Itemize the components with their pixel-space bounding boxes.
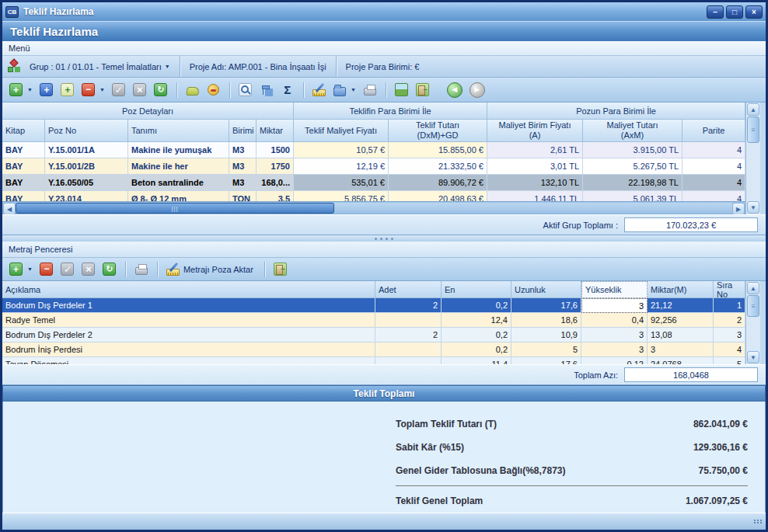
menu-item-menu[interactable]: Menü (9, 43, 30, 53)
refresh-button[interactable] (100, 260, 119, 279)
metraj-column-header[interactable]: Uzunluk (511, 281, 581, 298)
poz-cell[interactable]: 1750 (257, 158, 294, 175)
cancel-button[interactable] (131, 81, 149, 99)
image-button[interactable] (393, 81, 411, 99)
metraj-cell[interactable]: 17,6 (511, 357, 581, 364)
add-button[interactable]: ▼ (7, 81, 35, 99)
poz-cell[interactable]: Beton santralinde (128, 175, 229, 191)
poz-cell[interactable]: 4 (682, 191, 745, 201)
metraj-cell[interactable]: 2 (375, 298, 442, 313)
poz-column-header[interactable]: Kitap (2, 120, 45, 142)
poz-row[interactable]: BAYY.15.001/2BMakine ile herM3175012,19 … (2, 158, 745, 175)
scroll-down-button[interactable]: ▼ (747, 351, 759, 363)
metraj-row[interactable]: Bodrum İniş Perdesi0,25334 (2, 342, 745, 357)
metraj-cell[interactable] (375, 357, 442, 364)
resize-grip[interactable] (754, 520, 763, 523)
poz-cell[interactable]: BAY (2, 191, 45, 201)
metraj-cell[interactable]: 3 (581, 342, 648, 357)
metraj-cell[interactable]: 0,2 (442, 328, 511, 342)
poz-cell[interactable]: Y.15.001/2B (45, 158, 128, 175)
note-add-button[interactable] (58, 81, 77, 99)
poz-column-header[interactable]: Miktar (257, 120, 294, 142)
coins-button[interactable] (204, 81, 223, 99)
metraj-cell[interactable]: 21,12 (648, 298, 714, 313)
metraj-cell[interactable] (375, 342, 442, 357)
poz-cell[interactable]: M3 (229, 158, 257, 175)
remove-button[interactable]: ▼ (79, 81, 107, 99)
scroll-right-button[interactable]: ▶ (732, 203, 745, 215)
poz-cell[interactable]: 4 (682, 142, 745, 158)
poz-cell[interactable]: 4 (682, 158, 745, 175)
poz-cell[interactable]: Y.23.014 (45, 191, 128, 201)
poz-cell[interactable]: 3.915,00 TL (583, 142, 682, 158)
metraj-cell[interactable]: 1 (714, 298, 745, 313)
nav-back-button[interactable] (445, 81, 465, 99)
add-multi-button[interactable] (37, 81, 56, 99)
metraj-cell[interactable]: 2 (714, 313, 745, 328)
poz-cell[interactable]: Y.15.001/1A (45, 142, 128, 158)
metraj-total-field[interactable]: 168,0468 (624, 367, 758, 382)
metraj-column-header[interactable]: Yükseklik (581, 281, 648, 298)
scroll-up-button[interactable]: ▲ (747, 103, 759, 116)
metraj-cell[interactable]: 4 (714, 342, 745, 357)
poz-cell[interactable]: Y.16.050/05 (45, 175, 128, 191)
metraj-cell[interactable]: 3 (581, 328, 648, 342)
add-button[interactable]: ▼ (7, 260, 35, 279)
group-selector[interactable]: Grup : 01 / 01.01 - Temel İmalatları ▼ (20, 56, 180, 77)
metraj-row[interactable]: Bodrum Dış Perdeler 220,210,9313,083 (2, 328, 745, 342)
scroll-left-button[interactable]: ◀ (3, 203, 16, 215)
measure-button[interactable]: Metrajı Poza Aktar (164, 260, 258, 279)
exit-button[interactable] (271, 260, 290, 279)
poz-cell[interactable]: BAY (2, 158, 45, 175)
maximize-button[interactable]: □ (726, 5, 743, 19)
metraj-cell[interactable]: 11,4 (442, 357, 511, 364)
horizontal-scroll-thumb[interactable]: ||| (16, 203, 334, 214)
cancel-button[interactable] (79, 260, 98, 279)
poz-cell[interactable]: 5.061,39 TL (583, 191, 682, 201)
poz-row[interactable]: BAYY.16.050/05Beton santralindeM3168,0..… (2, 175, 745, 191)
search-document-button[interactable] (236, 81, 255, 99)
metraj-cell[interactable]: 18,6 (511, 313, 581, 328)
measure-button[interactable] (310, 81, 329, 99)
metraj-row[interactable]: Radye Temel12,418,60,492,2562 (2, 313, 745, 328)
poz-cell[interactable]: TON (229, 191, 257, 201)
poz-column-header[interactable]: Maliyet Birim Fiyatı(A) (487, 120, 583, 142)
scroll-up-button[interactable]: ▲ (747, 282, 759, 294)
metraj-cell[interactable]: 5 (714, 357, 745, 364)
metraj-row[interactable]: Bodrum Dış Perdeler 120,217,6321,121 (2, 298, 745, 313)
vertical-scroll-thumb[interactable]: ≡ (747, 116, 759, 143)
metraj-column-header[interactable]: Sıra No (714, 281, 745, 298)
metraj-cell[interactable]: 3 (581, 298, 648, 313)
metraj-cell[interactable]: 17,6 (511, 298, 581, 313)
poz-cell[interactable]: BAY (2, 142, 45, 158)
scroll-down-button[interactable]: ▼ (747, 201, 759, 214)
refresh-button[interactable] (152, 81, 170, 99)
metraj-cell[interactable]: 0,12 (581, 357, 648, 364)
poz-row[interactable]: BAYY.23.014Ø 8- Ø 12 mmTON3,55.856,75 €2… (2, 191, 745, 201)
metraj-cell[interactable]: Bodrum Dış Perdeler 2 (2, 328, 375, 342)
metraj-cell[interactable]: Bodrum Dış Perdeler 1 (2, 298, 375, 313)
poz-cell[interactable]: Ø 8- Ø 12 mm (128, 191, 229, 201)
poz-column-header[interactable]: Teklif Tutarı(DxM)+GD (389, 120, 487, 142)
poz-cell[interactable]: 4 (682, 175, 745, 191)
poz-cell[interactable]: Makine ile her (128, 158, 229, 175)
poz-cell[interactable]: 12,19 € (294, 158, 389, 175)
confirm-button[interactable] (58, 260, 77, 279)
remove-button[interactable] (37, 260, 56, 279)
exit-button[interactable] (414, 81, 432, 99)
metraj-cell[interactable]: 92,256 (648, 313, 714, 328)
poz-cell[interactable]: 89.906,72 € (389, 175, 487, 191)
metraj-cell[interactable]: 3 (714, 328, 745, 342)
vertical-scroll-thumb[interactable]: ≡ (747, 295, 759, 317)
tree-view-button[interactable] (257, 81, 276, 99)
metraj-cell[interactable]: Tavan Dösemesi (2, 357, 375, 364)
metraj-column-header[interactable]: Miktar(M) (648, 281, 714, 298)
metraj-cell[interactable]: 24,0768 (648, 357, 714, 364)
poz-cell[interactable]: 2,61 TL (487, 142, 583, 158)
print-button[interactable] (361, 81, 379, 99)
poz-cell[interactable]: M3 (229, 142, 257, 158)
metraj-cell[interactable]: 2 (375, 328, 442, 342)
metraj-column-header[interactable]: En (442, 281, 511, 298)
nav-forward-button[interactable] (467, 81, 487, 99)
horizontal-scroll-track[interactable] (334, 203, 732, 214)
